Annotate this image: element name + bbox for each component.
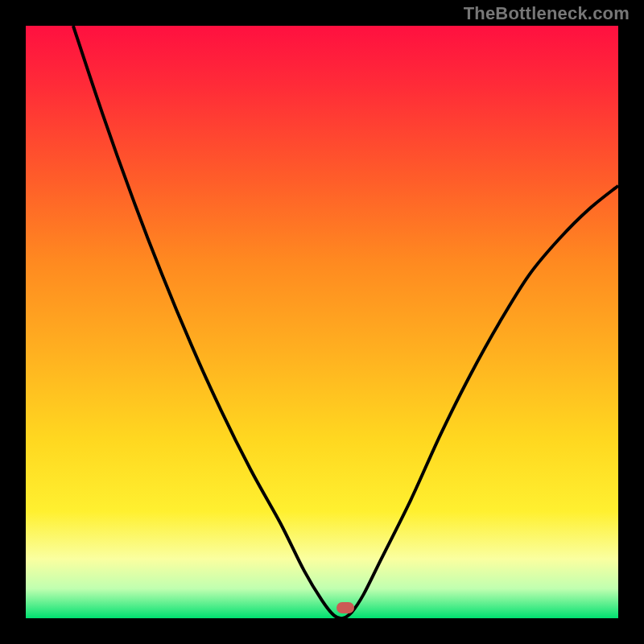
bottleneck-curve xyxy=(26,26,618,618)
curve-path xyxy=(73,26,618,618)
plot-area xyxy=(26,26,618,618)
watermark-text: TheBottleneck.com xyxy=(464,3,630,24)
chart-frame: TheBottleneck.com xyxy=(0,0,644,644)
optimum-marker xyxy=(336,602,354,613)
